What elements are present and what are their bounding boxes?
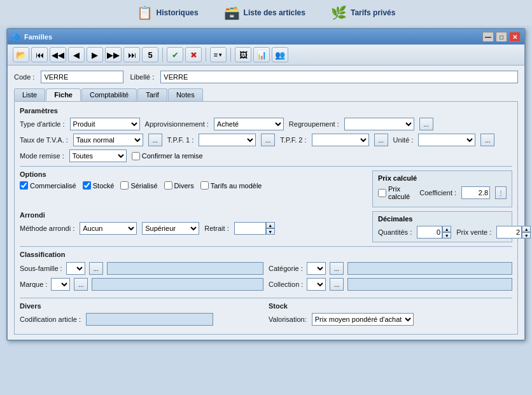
prix-calcule-row: Prix calculé Coefficient : ⋮ — [378, 185, 507, 200]
menu-button[interactable]: ≡ ▼ — [210, 47, 227, 62]
categorie-select[interactable] — [307, 262, 326, 275]
tpf1-select[interactable] — [199, 134, 256, 146]
retrait-up-button[interactable]: ▲ — [266, 222, 275, 228]
tva-select[interactable]: Taux normal Taux réduit — [73, 134, 143, 146]
nav-end-button[interactable]: ⏭ — [123, 47, 140, 62]
tabs: Liste Fiche Comptabilité Tarif Notes — [14, 88, 518, 101]
nav-next-button[interactable]: ▶ — [87, 47, 103, 62]
coefficient-dots-button[interactable]: ⋮ — [495, 186, 507, 199]
close-button[interactable]: ✕ — [509, 32, 521, 42]
tab-fiche[interactable]: Fiche — [46, 88, 81, 101]
type-article-select[interactable]: Produit Service — [70, 118, 140, 130]
libelle-label: Libellé : — [130, 73, 154, 81]
marque-input[interactable] — [92, 278, 263, 291]
tab-notes[interactable]: Notes — [168, 88, 203, 101]
categorie-dots-button[interactable]: ... — [330, 262, 344, 275]
quantites-spin-buttons: ▲ ▼ — [442, 226, 451, 239]
methode-arrondi-label: Méthode arrondi : — [20, 225, 74, 232]
stocke-group[interactable]: Stocké — [83, 181, 115, 190]
nav-num-button[interactable]: 5 — [142, 47, 158, 62]
unite-select[interactable] — [418, 134, 475, 146]
minimize-button[interactable]: — — [482, 32, 494, 42]
mode-remise-select[interactable]: Toutes Aucune Manuelle — [69, 149, 127, 162]
content-area: Code : Libellé : Liste Fiche Comptabilit… — [8, 66, 524, 340]
toolbar-separator-2 — [206, 48, 206, 62]
barcode-button[interactable]: 📊 — [253, 47, 270, 62]
marque-dots-button[interactable]: ... — [74, 278, 88, 291]
prix-vente-down-button[interactable]: ▼ — [522, 232, 531, 239]
nav-next-next-button[interactable]: ▶▶ — [105, 47, 122, 62]
photo-button[interactable]: 🖼 — [235, 47, 251, 62]
tab-liste[interactable]: Liste — [14, 88, 45, 101]
tarifs-modele-checkbox[interactable] — [200, 181, 209, 190]
tarifs-modele-group[interactable]: Tarifs au modèle — [200, 181, 262, 190]
methode-arrondi-select[interactable]: Aucun Au centime — [80, 222, 137, 235]
sous-famille-dots-button[interactable]: ... — [89, 262, 103, 275]
nav-book-button[interactable]: 📂 — [13, 47, 29, 62]
decimales-box: Décimales Quantités : ▲ ▼ Prix vente : — [372, 211, 512, 242]
confirmer-remise-checkbox[interactable] — [132, 152, 140, 160]
code-input[interactable] — [41, 71, 123, 83]
nav-prev-button[interactable]: ◀ — [68, 47, 85, 62]
collection-dots-button[interactable]: ... — [330, 278, 344, 291]
divers-option-checkbox[interactable] — [164, 181, 172, 190]
libelle-input[interactable] — [160, 71, 518, 83]
serialise-checkbox[interactable] — [120, 181, 129, 190]
divers-option-label: Divers — [174, 182, 194, 190]
divers-group[interactable]: Divers — [164, 181, 194, 190]
liste-articles-label: Liste des articles — [244, 8, 305, 17]
serialise-group[interactable]: Sérialisé — [120, 181, 157, 190]
tva-dots-button[interactable]: ... — [148, 134, 162, 146]
regroupement-dots-button[interactable]: ... — [419, 118, 433, 130]
codification-input[interactable] — [86, 313, 213, 326]
window-title-text: Familles — [24, 33, 52, 41]
tpf2-select[interactable] — [312, 134, 369, 146]
collection-input[interactable] — [347, 278, 512, 291]
maximize-button[interactable]: □ — [496, 32, 507, 42]
prix-vente-input[interactable] — [496, 226, 522, 239]
stocke-checkbox[interactable] — [83, 181, 91, 190]
retrait-down-button[interactable]: ▼ — [266, 228, 275, 235]
commercialise-checkbox[interactable] — [20, 181, 28, 190]
approvisionnement-select[interactable]: Acheté Fabriqué — [214, 118, 284, 130]
quantites-input[interactable] — [417, 226, 442, 239]
liste-articles-button[interactable]: 🗃️ Liste des articles — [224, 5, 305, 20]
marque-select[interactable] — [51, 278, 70, 291]
tpf1-dots-button[interactable]: ... — [261, 134, 275, 146]
regroupement-select[interactable] — [344, 118, 414, 130]
superieur-select[interactable]: Supérieur Inférieur — [142, 222, 199, 235]
collection-select[interactable] — [307, 278, 326, 291]
decimales-section: Décimales Quantités : ▲ ▼ Prix vente : — [372, 211, 512, 242]
unite-label: Unité : — [393, 136, 414, 144]
stock-box: Stock Valorisation: Prix moyen pondéré d… — [269, 302, 512, 329]
categorie-row: Catégorie : ... — [269, 262, 512, 275]
prix-calcule-checkbox[interactable] — [378, 189, 386, 197]
prix-vente-up-button[interactable]: ▲ — [522, 226, 531, 232]
commercialise-group[interactable]: Commercialisé — [20, 181, 76, 190]
tarifs-prives-button[interactable]: 🌿 Tarifs privés — [331, 5, 395, 20]
retrait-input[interactable] — [234, 222, 266, 235]
coefficient-input[interactable] — [461, 186, 490, 199]
users-button[interactable]: 👥 — [272, 47, 288, 62]
tpf2-dots-button[interactable]: ... — [374, 134, 388, 146]
tarifs-prives-label: Tarifs privés — [351, 8, 395, 17]
confirm-button[interactable]: ✔ — [167, 47, 183, 62]
categorie-input[interactable] — [347, 262, 512, 275]
historiques-button[interactable]: 📋 Historiques — [137, 5, 199, 20]
valorisation-select[interactable]: Prix moyen pondéré d'achat FIFO LIFO — [312, 313, 414, 326]
tab-comptabilite[interactable]: Comptabilité — [81, 88, 137, 101]
confirmer-remise-checkbox-group[interactable]: Confirmer la remise — [132, 152, 203, 160]
sous-famille-input[interactable] — [107, 262, 263, 275]
prix-calcule-checkbox-group[interactable]: Prix calculé — [378, 185, 414, 200]
tab-tarif[interactable]: Tarif — [137, 88, 167, 101]
nav-prev-prev-button[interactable]: ◀◀ — [50, 47, 66, 62]
nav-start-button[interactable]: ⏮ — [31, 47, 48, 62]
unite-dots-button[interactable]: ... — [480, 134, 494, 146]
valorisation-label: Valorisation: — [269, 315, 307, 323]
quantites-spinner: ▲ ▼ — [417, 226, 451, 239]
sous-famille-select[interactable] — [66, 262, 85, 275]
quantites-up-button[interactable]: ▲ — [442, 226, 451, 232]
quantites-down-button[interactable]: ▼ — [442, 232, 451, 239]
main-window: 🔷 Familles — □ ✕ 📂 ⏮ ◀◀ ◀ ▶ ▶▶ ⏭ 5 ✔ ✖ ≡… — [6, 28, 526, 341]
cancel-button[interactable]: ✖ — [185, 47, 202, 62]
